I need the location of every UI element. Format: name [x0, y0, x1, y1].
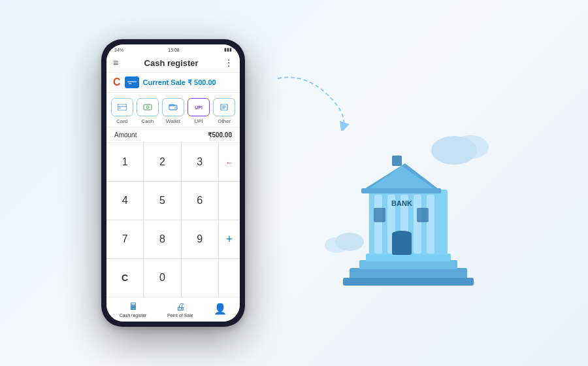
- bottom-nav: 🖩 Cash register 🖨 Point of Sale 👤: [106, 297, 240, 322]
- svg-rect-38: [392, 156, 402, 166]
- amount-row: Amount ₹500.00: [106, 127, 240, 142]
- sale-icon: [125, 76, 139, 88]
- current-sale-text: Current Sale ₹ 500.00: [143, 78, 216, 87]
- key-empty-1: [219, 182, 240, 220]
- svg-rect-29: [427, 195, 434, 254]
- bank-illustration: BANK: [265, 59, 487, 307]
- card-icon: [111, 98, 133, 116]
- other-icon: [213, 98, 235, 116]
- wallet-icon: [162, 98, 184, 116]
- key-5[interactable]: 5: [144, 182, 180, 220]
- key-empty-3: [219, 259, 240, 297]
- svg-point-17: [452, 135, 489, 159]
- key-4[interactable]: 4: [106, 182, 143, 220]
- key-1[interactable]: 1: [106, 143, 143, 181]
- svg-rect-25: [374, 195, 382, 254]
- person-nav-icon: 👤: [214, 303, 227, 315]
- svg-rect-36: [417, 208, 429, 222]
- cash-register-nav-icon: 🖩: [129, 301, 138, 312]
- sale-banner: C Current Sale ₹ 500.00: [106, 73, 240, 93]
- key-8[interactable]: 8: [144, 220, 180, 258]
- nav-person[interactable]: 👤: [214, 303, 227, 316]
- scene: 34% 15:08 ▮▮▮ ≡ Cash register ⋮ C: [0, 0, 588, 366]
- sale-c-label: C: [113, 76, 121, 88]
- cash-icon: $: [137, 98, 159, 116]
- other-label: Other: [218, 118, 231, 124]
- cash-register-nav-label: Cash register: [120, 313, 147, 318]
- wallet-label: Wallet: [166, 118, 180, 124]
- upi-label: UPI: [194, 118, 203, 124]
- status-left: 34%: [114, 48, 123, 52]
- key-6[interactable]: 6: [182, 182, 218, 220]
- svg-rect-2: [129, 83, 131, 84]
- key-empty-2: [182, 259, 218, 297]
- svg-rect-21: [343, 278, 474, 286]
- amount-value: ₹500.00: [208, 131, 232, 139]
- status-time: 15:08: [168, 48, 180, 52]
- nav-pos[interactable]: 🖨 Point of Sale: [167, 301, 193, 318]
- status-bar: 34% 15:08 ▮▮▮: [106, 44, 240, 54]
- payment-method-wallet[interactable]: Wallet: [162, 98, 184, 124]
- svg-rect-1: [127, 81, 137, 82]
- cash-label: Cash: [141, 118, 154, 124]
- pos-nav-label: Point of Sale: [167, 313, 193, 318]
- svg-rect-28: [414, 195, 421, 254]
- key-7[interactable]: 7: [106, 220, 143, 258]
- more-icon[interactable]: ⋮: [224, 58, 233, 68]
- plus-button[interactable]: +: [219, 220, 240, 258]
- key-3[interactable]: 3: [182, 143, 218, 181]
- svg-rect-32: [361, 188, 441, 193]
- payment-method-other[interactable]: Other: [213, 98, 235, 124]
- svg-rect-5: [118, 108, 121, 108]
- pos-nav-icon: 🖨: [176, 301, 185, 312]
- svg-rect-22: [359, 260, 457, 269]
- hamburger-icon[interactable]: ≡: [113, 58, 118, 68]
- payment-method-upi[interactable]: UPI UPI: [188, 98, 210, 124]
- status-icons: ▮▮▮: [224, 47, 232, 52]
- svg-rect-4: [118, 106, 127, 107]
- phone: 34% 15:08 ▮▮▮ ≡ Cash register ⋮ C: [101, 39, 245, 327]
- bank-svg: BANK: [310, 111, 493, 307]
- key-9[interactable]: 9: [182, 220, 218, 258]
- backspace-button[interactable]: ←: [219, 143, 240, 181]
- payment-method-cash[interactable]: $ Cash: [137, 98, 159, 124]
- backspace-icon: ←: [225, 158, 233, 167]
- svg-rect-10: [174, 107, 176, 108]
- svg-point-34: [392, 231, 412, 237]
- svg-rect-35: [374, 208, 385, 222]
- app-bar: ≡ Cash register ⋮: [106, 54, 240, 73]
- upi-icon: UPI: [188, 98, 210, 116]
- key-0[interactable]: 0: [144, 259, 180, 297]
- amount-label: Amount: [114, 131, 137, 139]
- payment-method-card[interactable]: Card: [111, 98, 133, 124]
- app-title: Cash register: [144, 58, 199, 68]
- keypad: 1 2 3 ← 4 5 6 7 8 9 + C 0: [106, 142, 240, 297]
- card-label: Card: [116, 118, 127, 124]
- svg-text:BANK: BANK: [391, 199, 412, 207]
- payment-methods: Card $ Cash: [106, 93, 240, 127]
- phone-screen: 34% 15:08 ▮▮▮ ≡ Cash register ⋮ C: [106, 44, 240, 322]
- svg-marker-31: [366, 166, 438, 191]
- nav-cash-register[interactable]: 🖩 Cash register: [120, 301, 147, 318]
- key-clear[interactable]: C: [106, 259, 143, 297]
- key-2[interactable]: 2: [144, 143, 180, 181]
- svg-point-19: [325, 237, 348, 253]
